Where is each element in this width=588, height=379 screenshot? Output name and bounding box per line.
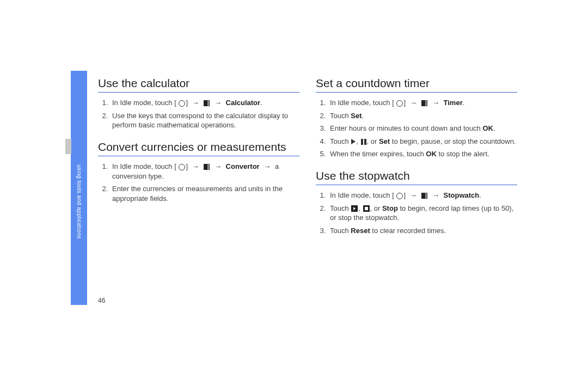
steps-convertor: In Idle mode, touch [ ] → → Convertor → …	[98, 162, 299, 203]
arrow-icon: →	[192, 99, 199, 107]
menu-icon	[421, 193, 427, 199]
steps-stopwatch: In Idle mode, touch [ ] → → Stopwatch. T…	[316, 191, 517, 235]
step: Touch , , or Stop to begin, record lap t…	[328, 204, 517, 223]
arrow-icon: →	[410, 191, 417, 199]
section-convertor: Convert currencies or measurements In Id…	[98, 140, 299, 203]
rule	[98, 92, 299, 93]
sidebar-label-text: using tools and applications	[76, 164, 82, 239]
circle-icon	[179, 164, 185, 170]
page-content: Use the calculator In Idle mode, touch […	[98, 76, 517, 245]
section-timer: Set a countdown timer In Idle mode, touc…	[316, 76, 517, 159]
step: Touch Reset to clear recorded times.	[328, 226, 517, 236]
step: When the timer expires, touch OK to stop…	[328, 149, 517, 159]
step: Enter the currencies or measurements and…	[110, 184, 299, 203]
step: In Idle mode, touch [ ] → → Convertor → …	[110, 162, 299, 181]
rule	[98, 156, 299, 156]
heading-convertor: Convert currencies or measurements	[98, 140, 299, 154]
rule	[316, 92, 517, 93]
step: Touch , , or Set to begin, pause, or sto…	[328, 137, 517, 146]
left-column: Use the calculator In Idle mode, touch […	[98, 76, 299, 245]
arrow-icon: →	[192, 162, 199, 170]
arrow-icon: →	[215, 99, 222, 107]
play-outline-icon	[351, 139, 356, 144]
arrow-icon: →	[410, 99, 417, 107]
step: Touch Set.	[328, 111, 517, 121]
menu-icon	[204, 100, 210, 106]
step: In Idle mode, touch [ ] → → Calculator.	[110, 98, 299, 108]
step: Enter hours or minutes to count down and…	[328, 124, 517, 133]
arrow-icon: →	[432, 191, 439, 199]
arrow-icon: →	[215, 162, 222, 170]
circle-icon	[179, 100, 185, 107]
menu-icon	[204, 164, 210, 170]
play-box-icon	[351, 205, 358, 212]
circle-icon	[396, 193, 403, 199]
step: Use the keys that correspond to the calc…	[110, 111, 299, 130]
step: In Idle mode, touch [ ] → → Timer.	[328, 98, 517, 108]
heading-timer: Set a countdown timer	[316, 76, 517, 90]
record-box-icon	[363, 205, 370, 212]
rule	[316, 185, 517, 185]
pause-icon	[361, 139, 366, 145]
right-column: Set a countdown timer In Idle mode, touc…	[316, 76, 517, 245]
sidebar-label: using tools and applications	[71, 147, 87, 256]
step: In Idle mode, touch [ ] → → Stopwatch.	[328, 191, 517, 200]
circle-icon	[396, 100, 403, 107]
menu-icon	[421, 100, 427, 106]
steps-calculator: In Idle mode, touch [ ] → → Calculator. …	[98, 98, 299, 130]
section-calculator: Use the calculator In Idle mode, touch […	[98, 76, 299, 130]
arrow-icon: →	[432, 99, 439, 107]
section-stopwatch: Use the stopwatch In Idle mode, touch [ …	[316, 169, 517, 235]
page-number: 46	[98, 297, 105, 304]
heading-stopwatch: Use the stopwatch	[316, 169, 517, 182]
heading-calculator: Use the calculator	[98, 76, 299, 90]
arrow-icon: →	[264, 162, 271, 170]
steps-timer: In Idle mode, touch [ ] → → Timer. Touch…	[316, 98, 517, 159]
